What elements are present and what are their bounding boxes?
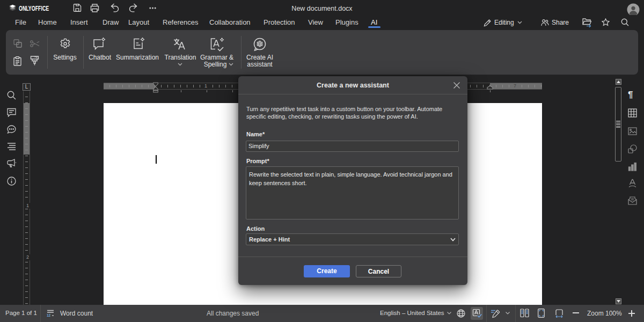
svg-text:12: 12 bbox=[47, 313, 51, 317]
